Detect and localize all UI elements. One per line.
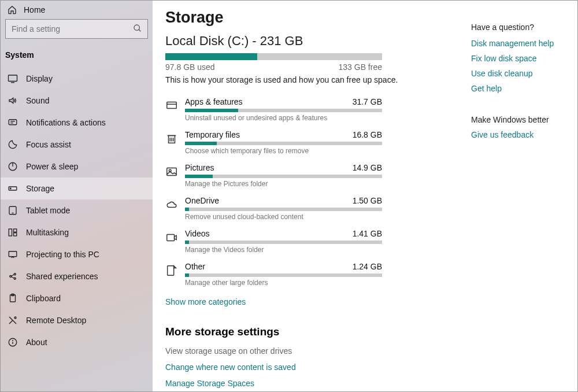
- category-bar-fill: [185, 175, 213, 178]
- category-list: Apps & features31.7 GBUninstall unused o…: [165, 95, 457, 293]
- storage-icon: [8, 183, 18, 194]
- nav-list: DisplaySoundNotifications & actionsFocus…: [1, 68, 153, 353]
- sidebar-item-focus[interactable]: Focus assist: [1, 134, 153, 156]
- videos-icon: [165, 229, 185, 254]
- svg-rect-30: [167, 102, 177, 109]
- home-label: Home: [24, 5, 45, 14]
- sidebar-item-multitasking[interactable]: Multitasking: [1, 221, 153, 243]
- intro-text: This is how your storage is used and how…: [165, 75, 457, 84]
- more-link[interactable]: Change where new content is saved: [165, 363, 457, 372]
- sidebar-item-tablet[interactable]: Tablet mode: [1, 199, 153, 221]
- sidebar-item-power[interactable]: Power & sleep: [1, 156, 153, 177]
- free-label: 133 GB free: [339, 62, 383, 72]
- sidebar-item-label: Notifications & actions: [26, 118, 106, 127]
- category-onedrive[interactable]: OneDrive1.50 GBRemove unused cloud-backe…: [165, 194, 382, 227]
- show-more-link[interactable]: Show more categories: [165, 297, 246, 306]
- category-bar: [185, 273, 382, 277]
- svg-rect-39: [167, 235, 175, 241]
- svg-rect-15: [14, 233, 17, 236]
- search-icon: [133, 24, 142, 35]
- sidebar-item-display[interactable]: Display: [1, 68, 153, 90]
- disk-title: Local Disk (C:) - 231 GB: [165, 34, 457, 49]
- sidebar-item-label: Clipboard: [26, 294, 61, 303]
- about-icon: [8, 337, 18, 347]
- search-input[interactable]: [5, 19, 148, 39]
- onedrive-icon: [165, 196, 185, 221]
- category-bar-fill: [185, 273, 189, 277]
- category-apps[interactable]: Apps & features31.7 GBUninstall unused o…: [165, 95, 382, 128]
- category-bar: [185, 109, 382, 112]
- page-title: Storage: [165, 9, 457, 27]
- more-link[interactable]: View storage usage on other drives: [165, 346, 457, 356]
- other-icon: [165, 262, 185, 287]
- sidebar-item-label: Tablet mode: [26, 206, 70, 215]
- svg-line-25: [9, 320, 13, 324]
- pictures-icon: [165, 163, 185, 188]
- category-size: 1.41 GB: [353, 229, 382, 238]
- category-size: 16.8 GB: [353, 130, 382, 139]
- category-videos[interactable]: Videos1.41 GBManage the Videos folder: [165, 227, 382, 260]
- apps-icon: [165, 97, 185, 122]
- category-name: OneDrive: [185, 196, 219, 205]
- category-bar-fill: [185, 142, 217, 145]
- multitasking-icon: [8, 227, 18, 238]
- help-link[interactable]: Use disk cleanup: [471, 69, 569, 78]
- sidebar-item-sound[interactable]: Sound: [1, 90, 153, 112]
- sidebar-item-shared[interactable]: Shared experiences: [1, 265, 153, 287]
- sidebar-item-projecting[interactable]: Projecting to this PC: [1, 243, 153, 265]
- category-bar: [185, 241, 382, 244]
- temp-icon: [165, 130, 185, 155]
- svg-point-17: [10, 276, 12, 278]
- category-bar: [185, 208, 382, 211]
- sidebar-item-label: Power & sleep: [26, 162, 78, 171]
- notifications-icon: [8, 117, 18, 128]
- sidebar-item-clipboard[interactable]: Clipboard: [1, 287, 153, 309]
- category-hint: Manage the Videos folder: [185, 246, 382, 254]
- sidebar-item-label: Remote Desktop: [26, 316, 86, 325]
- svg-line-21: [12, 277, 14, 278]
- svg-rect-40: [168, 266, 174, 276]
- category-temp[interactable]: Temporary files16.8 GBChoose which tempo…: [165, 128, 382, 161]
- category-size: 1.50 GB: [353, 196, 382, 205]
- svg-rect-4: [9, 120, 17, 125]
- sidebar-item-label: Storage: [26, 184, 54, 193]
- svg-point-0: [134, 25, 139, 30]
- category-name: Temporary files: [185, 130, 240, 139]
- sidebar-item-label: About: [26, 338, 47, 347]
- sidebar-item-storage[interactable]: Storage: [1, 177, 153, 199]
- svg-line-1: [139, 29, 140, 31]
- svg-point-18: [14, 273, 16, 275]
- improve-heading: Make Windows better: [471, 115, 569, 124]
- question-heading: Have a question?: [471, 23, 569, 32]
- more-links: View storage usage on other drivesChange…: [165, 346, 457, 388]
- help-link[interactable]: Fix low disk space: [471, 54, 569, 63]
- help-link[interactable]: Disk management help: [471, 39, 569, 48]
- help-links: Disk management helpFix low disk spaceUs…: [471, 39, 569, 93]
- sound-icon: [8, 95, 18, 106]
- category-other[interactable]: Other1.24 GBManage other large folders: [165, 260, 382, 293]
- help-link[interactable]: Get help: [471, 84, 569, 93]
- right-panel: Have a question? Disk management helpFix…: [468, 1, 577, 391]
- tablet-icon: [8, 205, 18, 216]
- home-nav[interactable]: Home: [1, 1, 153, 19]
- sidebar-item-label: Focus assist: [26, 140, 71, 149]
- category-hint: Remove unused cloud-backed content: [185, 213, 382, 221]
- more-settings-heading: More storage settings: [165, 326, 457, 338]
- home-icon: [8, 5, 17, 14]
- sidebar-item-about[interactable]: About: [1, 331, 153, 353]
- sidebar-item-label: Sound: [26, 96, 49, 105]
- feedback-link[interactable]: Give us feedback: [471, 130, 569, 139]
- category-hint: Choose which temporary files to remove: [185, 147, 382, 155]
- used-label: 97.8 GB used: [165, 62, 215, 72]
- usage-bar-fill: [165, 53, 257, 60]
- sidebar-item-notifications[interactable]: Notifications & actions: [1, 112, 153, 134]
- svg-rect-13: [9, 229, 12, 236]
- sidebar-item-label: Display: [26, 74, 53, 83]
- category-hint: Manage other large folders: [185, 279, 382, 287]
- category-name: Pictures: [185, 163, 214, 172]
- sidebar: Home System DisplaySoundNotifications & …: [1, 1, 153, 391]
- sidebar-item-remote[interactable]: Remote Desktop: [1, 309, 153, 331]
- svg-rect-16: [9, 252, 17, 257]
- category-pictures[interactable]: Pictures14.9 GBManage the Pictures folde…: [165, 161, 382, 194]
- more-link[interactable]: Manage Storage Spaces: [165, 379, 457, 388]
